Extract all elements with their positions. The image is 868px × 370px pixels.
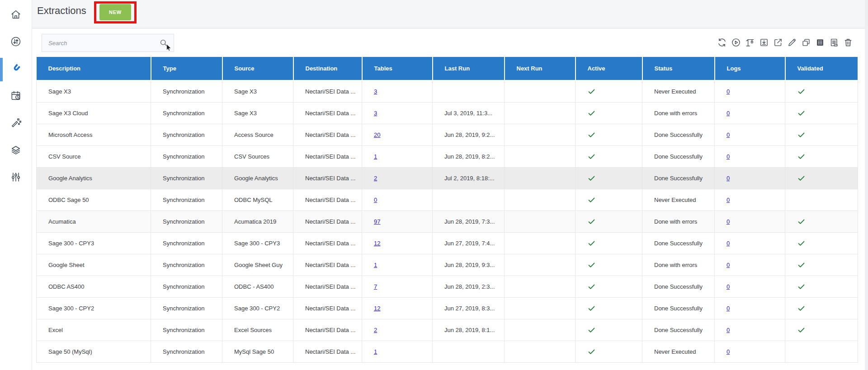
cell-status: Never Executed: [642, 341, 715, 362]
table-row[interactable]: Sage 300 - CPY2SynchronizationSage 300 -…: [37, 297, 858, 319]
table-row[interactable]: Sage 50 (MySql)SynchronizationMySql Sage…: [37, 341, 858, 362]
cell-last-run: Jun 28, 2019, 7:3...: [433, 211, 505, 232]
table-row[interactable]: Sage X3SynchronizationSage X3Nectari/SEI…: [37, 80, 858, 102]
tables-link[interactable]: 1: [374, 348, 377, 355]
sidebar-item-extractions[interactable]: [0, 59, 32, 80]
cell-validated: [785, 80, 858, 102]
cell-status: Done Successfully: [642, 167, 715, 189]
cell-source: Access Source: [222, 124, 293, 145]
cell-source: Sage 300 - CPY3: [222, 232, 293, 254]
tables-link[interactable]: 2: [374, 175, 377, 182]
cell-validated: [785, 189, 858, 211]
cell-tables: 20: [362, 124, 433, 145]
column-header-active[interactable]: Active: [576, 57, 642, 80]
sidebar-item-wizard[interactable]: [0, 113, 32, 135]
column-header-type[interactable]: Type: [151, 57, 222, 80]
cell-active: [576, 254, 642, 276]
logs-link[interactable]: 0: [726, 218, 730, 225]
tables-link[interactable]: 12: [374, 305, 380, 312]
logs-link[interactable]: 0: [726, 305, 730, 312]
tables-link[interactable]: 20: [374, 131, 380, 138]
run-button[interactable]: [731, 37, 741, 47]
cell-next-run: [505, 211, 576, 232]
cell-last-run: Jun 27, 2019, 7:4...: [433, 232, 505, 254]
validated-check-icon: [797, 87, 858, 96]
table-row[interactable]: ODBC AS400SynchronizationODBC - AS400Nec…: [37, 276, 858, 297]
sidebar-item-home[interactable]: [0, 5, 32, 26]
tables-link[interactable]: 3: [374, 88, 377, 95]
column-header-description[interactable]: Description: [37, 57, 151, 80]
download-icon: [759, 37, 769, 47]
tables-link[interactable]: 2: [374, 327, 377, 333]
cell-status: Done Successfully: [642, 145, 715, 167]
export-button[interactable]: [773, 37, 783, 47]
table-row[interactable]: Sage 300 - CPY3SynchronizationSage 300 -…: [37, 232, 858, 254]
table-row[interactable]: AcumaticaSynchronizationAcumatica 2019Ne…: [37, 211, 858, 232]
new-button[interactable]: NEW: [99, 4, 131, 20]
cell-tables: 1: [362, 145, 433, 167]
cell-next-run: [505, 297, 576, 319]
table-row[interactable]: Sage X3 CloudSynchronizationSage X3Necta…: [37, 102, 858, 124]
cell-type: Synchronization: [151, 167, 222, 189]
logs-link[interactable]: 0: [726, 348, 730, 355]
column-header-status[interactable]: Status: [642, 57, 715, 80]
logs-link[interactable]: 0: [726, 175, 730, 182]
logs-link[interactable]: 0: [726, 283, 730, 290]
cell-active: [576, 232, 642, 254]
search-input[interactable]: [42, 34, 159, 52]
column-header-validated[interactable]: Validated: [785, 57, 858, 80]
logs-link[interactable]: 0: [726, 110, 730, 117]
column-header-source[interactable]: Source: [222, 57, 293, 80]
logs-link[interactable]: 0: [726, 153, 730, 160]
column-header-next-run[interactable]: Next Run: [505, 57, 576, 80]
table-row[interactable]: ODBC Sage 50SynchronizationODBC MySQLNec…: [37, 189, 858, 211]
edit-button[interactable]: [787, 37, 797, 47]
copy-button[interactable]: [801, 37, 811, 47]
table-row[interactable]: Microsoft AccessSynchronizationAccess So…: [37, 124, 858, 145]
logs-link[interactable]: 0: [726, 131, 730, 138]
table-row[interactable]: Google AnalyticsSynchronizationGoogle An…: [37, 167, 858, 189]
tables-link[interactable]: 97: [374, 218, 380, 225]
tables-link[interactable]: 1: [374, 262, 377, 268]
edit-icon: [787, 37, 797, 47]
cell-type: Synchronization: [151, 189, 222, 211]
cell-validated: [785, 319, 858, 341]
report-button[interactable]: [829, 37, 839, 47]
table-row[interactable]: Google SheetSynchronizationGoogle Sheet …: [37, 254, 858, 276]
tables-link[interactable]: 1: [374, 153, 377, 160]
trash-button[interactable]: [843, 37, 853, 47]
vertical-scrollbar[interactable]: [865, 0, 868, 370]
validated-check-icon: [797, 304, 858, 313]
column-header-logs[interactable]: Logs: [715, 57, 785, 80]
cell-tables: 1: [362, 254, 433, 276]
table-row[interactable]: ExcelSynchronizationExcel SourcesNectari…: [37, 319, 858, 341]
sidebar-item-layers[interactable]: [0, 140, 32, 162]
logs-link[interactable]: 0: [726, 262, 730, 268]
tables-link[interactable]: 12: [374, 240, 380, 247]
logs-link[interactable]: 0: [726, 197, 730, 203]
tables-link[interactable]: 3: [374, 110, 377, 117]
tables-link[interactable]: 7: [374, 283, 377, 290]
column-header-tables[interactable]: Tables: [362, 57, 433, 80]
tables-link[interactable]: 0: [374, 197, 377, 203]
grid-button[interactable]: [815, 37, 825, 47]
cell-status: Never Executed: [642, 80, 715, 102]
sidebar-item-settings[interactable]: [0, 167, 32, 189]
download-button[interactable]: [759, 37, 769, 47]
sidebar-item-transfers[interactable]: [0, 32, 32, 53]
cell-next-run: [505, 232, 576, 254]
cell-active: [576, 145, 642, 167]
crane-button[interactable]: [745, 37, 755, 47]
column-header-last-run[interactable]: Last Run: [433, 57, 505, 80]
search-icon[interactable]: [159, 38, 174, 47]
logs-link[interactable]: 0: [726, 88, 730, 95]
cell-logs: 0: [715, 232, 785, 254]
validated-check-icon: [797, 131, 858, 139]
validated-check-icon: [797, 217, 858, 226]
sidebar-item-schedules[interactable]: [0, 86, 32, 108]
logs-link[interactable]: 0: [726, 240, 730, 247]
table-row[interactable]: CSV SourceSynchronizationCSV SourcesNect…: [37, 145, 858, 167]
refresh-button[interactable]: [717, 37, 727, 47]
logs-link[interactable]: 0: [726, 327, 730, 333]
column-header-destination[interactable]: Destination: [293, 57, 362, 80]
